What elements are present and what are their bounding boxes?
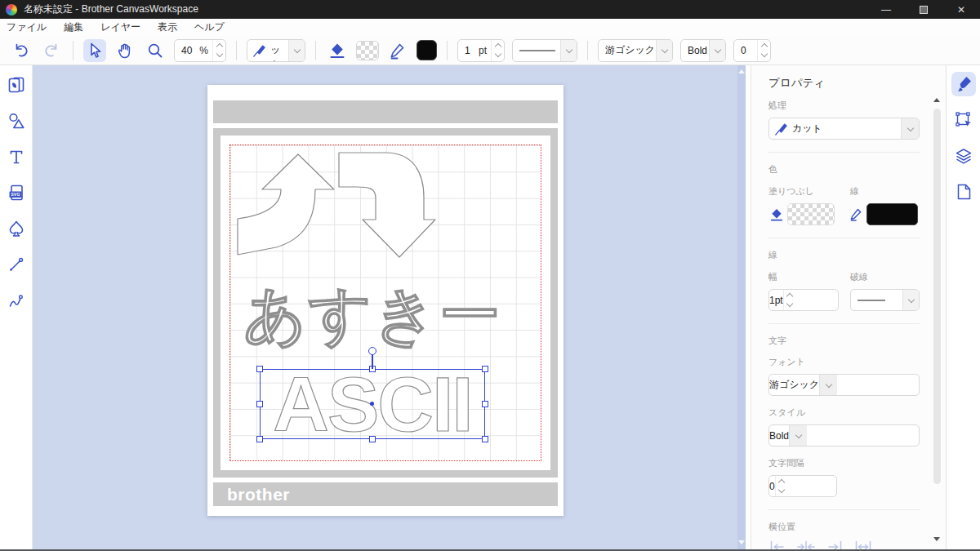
font-style-dropdown[interactable]: Bold <box>680 39 726 62</box>
text-section-label: 文字 <box>768 335 920 347</box>
stroke-width-spinner[interactable]: 1 pt <box>457 39 505 62</box>
fill-label: 塗りつぶし <box>768 185 850 198</box>
curve-icon <box>7 291 26 310</box>
kana-text-object[interactable]: あすきー <box>243 284 502 346</box>
panel-fill-swatch[interactable] <box>787 203 835 225</box>
layers-tab-button[interactable] <box>951 144 976 168</box>
stroke-color-swatch[interactable] <box>416 40 437 60</box>
select-tool-button[interactable] <box>83 39 106 62</box>
right-icon-strip <box>946 65 980 551</box>
scroll-up-arrow[interactable] <box>738 69 745 73</box>
redo-icon <box>42 41 61 60</box>
chevron-up-icon <box>778 479 785 486</box>
spinner-arrows[interactable] <box>775 476 788 496</box>
layers-icon <box>954 146 973 166</box>
stroke-width-unit: pt <box>479 45 491 56</box>
text-tool-button[interactable] <box>5 145 28 168</box>
scroll-down-arrow[interactable] <box>933 537 940 541</box>
font-dropdown[interactable]: 游ゴシック <box>598 39 673 62</box>
cursor-icon <box>85 41 105 60</box>
chevron-up-icon <box>494 43 501 50</box>
stroke-width-value: 1 <box>458 45 479 56</box>
freehand-tool-button[interactable] <box>5 289 28 312</box>
selection-handle[interactable] <box>256 436 263 442</box>
panel-font-dropdown[interactable]: 游ゴシック <box>768 374 920 396</box>
blade-icon <box>773 121 789 137</box>
panel-style-dropdown[interactable]: Bold <box>768 424 920 447</box>
char-spacing-label: 文字間隔 <box>768 457 920 469</box>
menu-file[interactable]: ファイル <box>7 20 47 34</box>
char-spacing-spinner[interactable]: 0 <box>733 39 771 62</box>
artwork-library-button[interactable] <box>5 73 28 96</box>
process-dropdown[interactable]: カット <box>247 39 305 62</box>
scrollbar-thumb[interactable] <box>933 109 941 484</box>
line-tool-button[interactable] <box>5 253 28 276</box>
menu-view[interactable]: 表示 <box>158 20 177 34</box>
zoom-tool-button[interactable] <box>144 39 167 62</box>
selection-handle[interactable] <box>369 436 376 442</box>
svg-import-button[interactable]: SVG <box>5 181 28 204</box>
zoom-level-unit: % <box>199 45 212 56</box>
close-button[interactable]: ✕ <box>942 0 980 19</box>
properties-tab-button[interactable] <box>951 72 976 96</box>
selection-handle[interactable] <box>482 366 488 372</box>
selection-handle[interactable] <box>482 436 488 442</box>
clipart-tool-button[interactable] <box>5 217 28 240</box>
zoom-level-spinner[interactable]: 40 % <box>174 39 226 62</box>
spinner-arrows[interactable] <box>491 40 504 61</box>
scroll-down-arrow[interactable] <box>738 540 745 544</box>
spinner-arrows[interactable] <box>783 290 796 310</box>
transform-tab-button[interactable] <box>951 108 976 132</box>
dash-style-dropdown[interactable] <box>512 39 577 62</box>
panel-process-dropdown[interactable]: カット <box>768 118 920 140</box>
panel-stroke-width-spinner[interactable]: 1 pt <box>768 289 839 311</box>
selection-handle[interactable] <box>256 366 263 372</box>
chevron-up-icon <box>786 293 793 300</box>
chevron-down-icon <box>907 295 914 302</box>
maximize-button[interactable] <box>905 0 942 19</box>
menu-edit[interactable]: 編集 <box>64 20 83 34</box>
menu-help[interactable]: ヘルプ <box>194 20 225 34</box>
color-section-label: 色 <box>768 163 920 176</box>
dropdown-arrow <box>560 40 577 61</box>
toolbar-separator <box>315 41 316 60</box>
panel-dash-dropdown[interactable] <box>850 289 920 311</box>
svg-badge-label: SVG <box>11 192 20 197</box>
panel-scrollbar[interactable] <box>933 98 941 541</box>
canvas-vertical-scrollbar[interactable] <box>737 65 746 551</box>
spinner-arrows[interactable] <box>757 40 770 61</box>
minimize-button[interactable]: — <box>867 0 905 19</box>
redo-button[interactable] <box>40 39 63 62</box>
panel-title: プロパティ <box>768 76 920 91</box>
scroll-up-arrow[interactable] <box>933 98 940 102</box>
shapes-tool-button[interactable] <box>5 109 28 132</box>
fill-color-button[interactable] <box>326 39 349 62</box>
chevron-down-icon <box>906 124 913 131</box>
canvas-area[interactable]: brother あすきー ASCII <box>33 65 746 551</box>
style-label: スタイル <box>768 407 920 419</box>
rotation-handle[interactable] <box>368 347 376 355</box>
down-arrow-shape[interactable] <box>339 153 435 257</box>
fill-color-swatch[interactable] <box>356 41 379 60</box>
pan-tool-button[interactable] <box>114 39 136 62</box>
page-tab-button[interactable] <box>951 180 976 204</box>
panel-char-spacing-spinner[interactable]: 0 <box>768 475 837 497</box>
shapes-icon <box>7 111 26 131</box>
undo-button[interactable] <box>10 39 33 62</box>
svg-file-icon: SVG <box>7 183 26 202</box>
artboard-page: brother あすきー ASCII <box>207 85 564 516</box>
process-label: 処理 <box>768 100 920 112</box>
spinner-arrows[interactable] <box>212 40 225 61</box>
magnifier-icon <box>145 41 165 60</box>
selection-handle[interactable] <box>256 401 263 407</box>
fill-bucket-icon <box>768 207 785 223</box>
selection-handle[interactable] <box>482 401 488 407</box>
window-controls: — ✕ <box>867 0 980 19</box>
up-arrow-shape[interactable] <box>238 154 334 255</box>
transform-icon <box>954 110 973 130</box>
panel-stroke-swatch[interactable] <box>866 203 918 225</box>
solid-line-icon <box>858 300 885 301</box>
stroke-color-button[interactable] <box>386 39 409 62</box>
app-window: 名称未設定 - Brother CanvasWorkspace — ✕ ファイル… <box>0 0 980 551</box>
menu-layer[interactable]: レイヤー <box>100 20 140 34</box>
